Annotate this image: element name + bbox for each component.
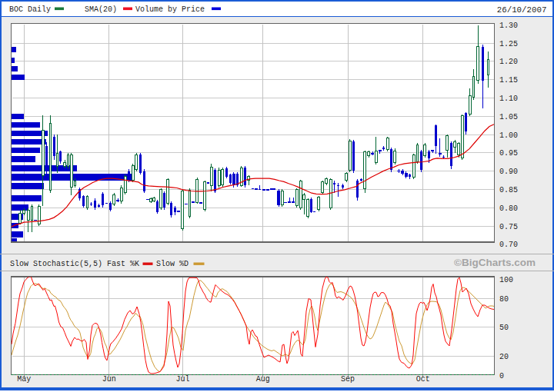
svg-text:80: 80 [499, 295, 509, 304]
svg-text:Oct: Oct [416, 375, 430, 384]
svg-text:May: May [17, 375, 31, 384]
svg-text:0.90: 0.90 [499, 168, 518, 176]
svg-text:0.70: 0.70 [499, 241, 518, 249]
svg-text:Slow %D: Slow %D [156, 260, 189, 268]
svg-text:0: 0 [499, 372, 504, 380]
svg-text:26/10/2007: 26/10/2007 [497, 5, 547, 15]
svg-text:Jun: Jun [102, 375, 116, 384]
svg-text:20: 20 [499, 353, 509, 361]
svg-text:100: 100 [499, 276, 513, 284]
svg-text:1.05: 1.05 [499, 113, 518, 121]
svg-text:1.10: 1.10 [499, 95, 518, 103]
svg-text:©BigCharts.com: ©BigCharts.com [454, 257, 536, 268]
svg-text:0.80: 0.80 [499, 204, 518, 213]
svg-text:0.95: 0.95 [499, 149, 518, 158]
svg-text:Sep: Sep [341, 375, 355, 384]
svg-text:Volume by Price: Volume by Price [135, 5, 205, 14]
svg-text:1.20: 1.20 [499, 58, 518, 66]
svg-text:Slow Stochastic(5,5) Fast %K: Slow Stochastic(5,5) Fast %K [10, 260, 139, 268]
svg-text:0.75: 0.75 [499, 223, 518, 231]
svg-text:50: 50 [499, 324, 509, 332]
svg-text:1.25: 1.25 [499, 40, 518, 48]
svg-text:1.15: 1.15 [499, 76, 518, 85]
svg-text:1.30: 1.30 [499, 22, 518, 30]
svg-text:SMA(20): SMA(20) [85, 5, 117, 14]
svg-text:BOC Daily: BOC Daily [9, 5, 51, 14]
svg-text:0.85: 0.85 [499, 186, 518, 194]
svg-text:1.00: 1.00 [499, 131, 518, 140]
svg-text:Aug: Aug [256, 375, 270, 384]
svg-text:Jul: Jul [175, 375, 189, 384]
